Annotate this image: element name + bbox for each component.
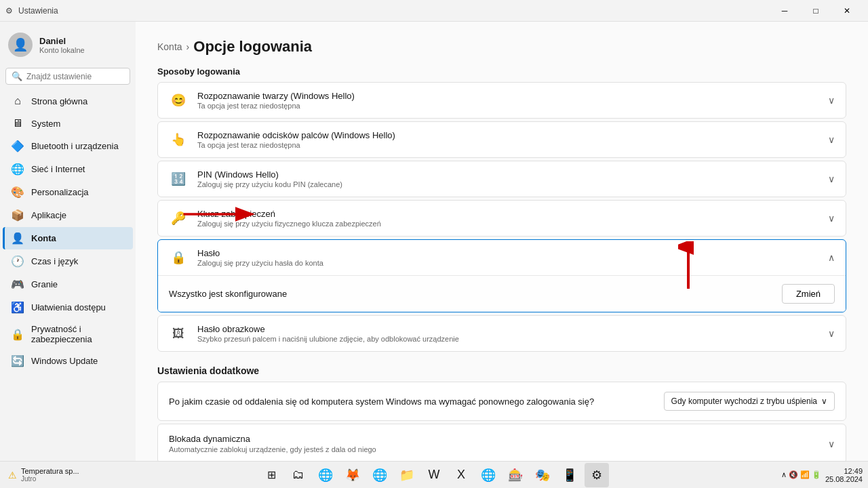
change-button-password[interactable]: Zmień xyxy=(782,284,835,304)
sidebar-item-system[interactable]: 🖥System xyxy=(3,113,133,134)
nav-icon-accessibility: ♿ xyxy=(11,301,24,314)
user-sub: Konto lokalne xyxy=(39,46,85,54)
option-sub-password: Zaloguj się przy użyciu hasła do konta xyxy=(197,259,323,267)
casino-button[interactable]: 🎰 xyxy=(503,463,528,487)
expanded-text-password: Wszystko jest skonfigurowane xyxy=(169,289,287,299)
nav-label-home: Strona główna xyxy=(31,96,87,106)
close-button[interactable]: ✕ xyxy=(831,0,863,22)
user-name: Daniel xyxy=(39,36,85,46)
settings-icon: ⚙ xyxy=(5,6,13,16)
option-sub-face: Ta opcja jest teraz niedostępna xyxy=(197,102,355,110)
window-title: Ustawienia xyxy=(18,6,58,16)
settings-taskbar-button[interactable]: ⚙ xyxy=(585,463,609,487)
sidebar-item-bluetooth[interactable]: 🔷Bluetooth i urządzenia xyxy=(3,135,133,157)
taskbar: ⚠ Temperatura sp... Jutro ⊞ 🗂 🌐 🦊 🌐 📁 W … xyxy=(0,461,868,488)
login-option-fingerprint: 👆 Rozpoznawanie odcisków palców (Windows… xyxy=(157,121,846,158)
login-option-pin: 🔢 PIN (Windows Hello) Zaloguj się przy u… xyxy=(157,161,846,197)
chevron-fingerprint: ∨ xyxy=(828,134,835,145)
firefox-button[interactable]: 🦊 xyxy=(340,463,365,487)
theater-button[interactable]: 🎭 xyxy=(530,463,555,487)
option-left-face: 😊 Rozpoznawanie twarzy (Windows Hello) T… xyxy=(169,91,355,110)
sidebar-item-network[interactable]: 🌐Sieć i Internet xyxy=(3,158,133,180)
nav-label-time: Czas i język xyxy=(31,256,78,266)
option-left-picture: 🖼 Hasło obrazkowe Szybko przesuń palcem … xyxy=(169,324,459,343)
taskbar-right: ∧ 🔇 📶 🔋 12:49 25.08.2024 xyxy=(781,467,863,483)
avatar: 👤 xyxy=(8,33,33,57)
setting-sub-dynamicLock: Automatycznie zablokuj urządzenie, gdy j… xyxy=(169,445,376,453)
sidebar-item-personalization[interactable]: 🎨Personalizacja xyxy=(3,181,133,203)
nav-label-accounts: Konta xyxy=(31,233,56,243)
chevron-picture: ∨ xyxy=(828,328,835,339)
nav-label-privacy: Prywatność i zabezpieczenia xyxy=(31,324,125,344)
excel-button[interactable]: X xyxy=(449,463,473,487)
nav-label-network: Sieć i Internet xyxy=(31,164,85,174)
taskbar-left: ⚠ Temperatura sp... Jutro xyxy=(5,466,82,484)
option-header-key[interactable]: 🔑 Klucz zabezpieczeń Zaloguj się przy uż… xyxy=(158,201,846,236)
date-display: 25.08.2024 xyxy=(825,475,863,483)
setting-text-away: Po jakim czasie od oddalenia się od komp… xyxy=(169,396,594,407)
nav-icon-home: ⌂ xyxy=(11,95,24,107)
option-header-password[interactable]: 🔒 Hasło Zaloguj się przy użyciu hasła do… xyxy=(158,240,846,275)
time-block: 12:49 25.08.2024 xyxy=(825,467,863,483)
dropdown-value-away: Gdy komputer wychodzi z trybu uśpienia xyxy=(671,396,817,406)
option-text-fingerprint: Rozpoznawanie odcisków palców (Windows H… xyxy=(197,130,395,149)
setting-text-dynamicLock: Blokada dynamiczna Automatycznie zabloku… xyxy=(169,434,376,453)
sidebar-item-accounts[interactable]: 👤Konta xyxy=(3,227,133,249)
chrome-button[interactable]: 🌐 xyxy=(368,463,392,487)
globe-button[interactable]: 🌐 xyxy=(476,463,500,487)
explorer-button[interactable]: 📁 xyxy=(395,463,419,487)
option-icon-face: 😊 xyxy=(169,91,188,110)
nav-label-apps: Aplikacje xyxy=(31,210,66,220)
option-header-face[interactable]: 😊 Rozpoznawanie twarzy (Windows Hello) T… xyxy=(158,83,846,118)
additional-settings-list: Po jakim czasie od oddalenia się od komp… xyxy=(157,382,846,461)
login-option-picture: 🖼 Hasło obrazkowe Szybko przesuń palcem … xyxy=(157,315,846,352)
word-button[interactable]: W xyxy=(422,463,446,487)
nav-icon-time: 🕐 xyxy=(11,255,24,268)
option-header-picture[interactable]: 🖼 Hasło obrazkowe Szybko przesuń palcem … xyxy=(158,316,846,351)
option-header-pin[interactable]: 🔢 PIN (Windows Hello) Zaloguj się przy u… xyxy=(158,161,846,197)
nav-icon-system: 🖥 xyxy=(11,117,24,129)
taskview-button[interactable]: 🗂 xyxy=(286,463,311,487)
nav-icon-network: 🌐 xyxy=(11,163,24,176)
option-text-password: Hasło Zaloguj się przy użyciu hasła do k… xyxy=(197,248,323,267)
sidebar-item-home[interactable]: ⌂Strona główna xyxy=(3,90,133,112)
minimize-button[interactable]: ─ xyxy=(769,0,800,22)
notif-sub: Jutro xyxy=(21,475,79,483)
breadcrumb-parent: Konta xyxy=(157,41,182,52)
option-text-pin: PIN (Windows Hello) Zaloguj się przy uży… xyxy=(197,169,342,188)
setting-main-away: Po jakim czasie od oddalenia się od komp… xyxy=(169,396,594,407)
option-title-password: Hasło xyxy=(197,248,323,258)
sidebar-item-apps[interactable]: 📦Aplikacje xyxy=(3,204,133,226)
maximize-button[interactable]: □ xyxy=(800,0,831,22)
option-sub-fingerprint: Ta opcja jest teraz niedostępna xyxy=(197,141,395,149)
setting-main-dynamicLock: Blokada dynamiczna xyxy=(169,434,376,444)
nav-list: ⌂Strona główna🖥System🔷Bluetooth i urządz… xyxy=(0,90,136,372)
breadcrumb: Konta › Opcje logowania xyxy=(157,38,846,56)
search-box[interactable]: 🔍 xyxy=(5,68,130,85)
nav-icon-update: 🔄 xyxy=(11,354,24,367)
notif-text: Temperatura sp... Jutro xyxy=(21,467,79,483)
option-sub-key: Zaloguj się przy użyciu fizycznego klucz… xyxy=(197,220,381,228)
sidebar-item-gaming[interactable]: 🎮Granie xyxy=(3,273,133,296)
start-button[interactable]: ⊞ xyxy=(259,463,283,487)
nav-icon-personalization: 🎨 xyxy=(11,186,24,199)
sidebar-item-time[interactable]: 🕐Czas i język xyxy=(3,250,133,272)
option-icon-picture: 🖼 xyxy=(169,324,188,343)
phone-button[interactable]: 📱 xyxy=(557,463,582,487)
option-header-fingerprint[interactable]: 👆 Rozpoznawanie odcisków palców (Windows… xyxy=(158,122,846,157)
nav-icon-bluetooth: 🔷 xyxy=(11,140,24,152)
nav-label-personalization: Personalizacja xyxy=(31,187,89,197)
option-expanded-password: Wszystko jest skonfigurowane Zmień xyxy=(158,275,846,312)
search-input[interactable] xyxy=(26,72,124,81)
nav-label-bluetooth: Bluetooth i urządzenia xyxy=(31,141,119,151)
edge-button[interactable]: 🌐 xyxy=(313,463,338,487)
user-info: Daniel Konto lokalne xyxy=(39,36,85,54)
sidebar-item-accessibility[interactable]: ♿Ułatwienia dostępu xyxy=(3,296,133,319)
clock: 12:49 xyxy=(825,467,863,475)
sidebar-item-privacy[interactable]: 🔒Prywatność i zabezpieczenia xyxy=(3,319,133,349)
option-icon-password: 🔒 xyxy=(169,248,188,267)
option-left-key: 🔑 Klucz zabezpieczeń Zaloguj się przy uż… xyxy=(169,209,381,228)
option-sub-pin: Zaloguj się przy użyciu kodu PIN (zaleca… xyxy=(197,180,342,188)
dropdown-away[interactable]: Gdy komputer wychodzi z trybu uśpienia ∨ xyxy=(664,392,835,411)
sidebar-item-update[interactable]: 🔄Windows Update xyxy=(3,350,133,372)
